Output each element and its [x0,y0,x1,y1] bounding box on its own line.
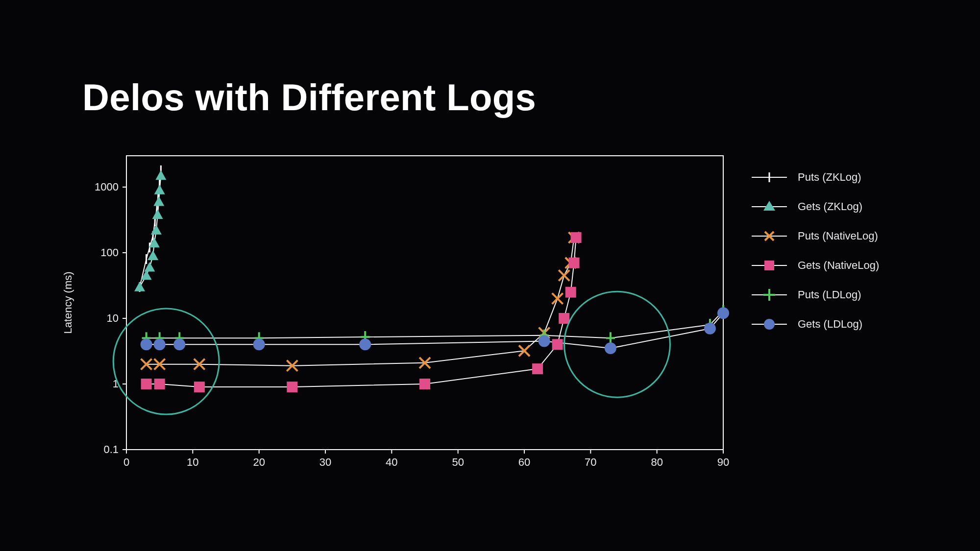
legend-icon-gets-zklog [752,199,787,215]
chart-svg: 01020304050607080900.11101001000Latency … [126,156,723,469]
svg-text:0: 0 [123,456,129,468]
legend-icon-gets-native [752,258,787,273]
legend-icon-puts-zklog [752,169,787,185]
svg-rect-121 [764,261,774,270]
legend-label: Gets (NativeLog) [798,259,879,272]
legend-row: Gets (NativeLog) [752,251,948,280]
svg-rect-78 [532,363,543,374]
svg-rect-74 [154,379,165,389]
svg-rect-80 [559,313,569,324]
svg-rect-0 [126,156,723,450]
svg-rect-81 [565,287,576,298]
legend-row: Gets (ZKLog) [752,192,948,221]
svg-text:10: 10 [107,312,119,324]
svg-rect-73 [141,379,152,389]
svg-marker-116 [763,201,775,211]
svg-text:80: 80 [651,456,662,468]
svg-point-102 [141,338,152,350]
svg-rect-79 [552,339,563,350]
legend-label: Gets (ZKLog) [798,200,862,213]
latency-chart: 01020304050607080900.11101001000Latency … [126,156,723,469]
svg-point-104 [173,338,185,350]
svg-point-112 [564,291,670,397]
legend-row: Puts (LDLog) [752,280,948,310]
svg-marker-41 [134,282,145,291]
legend-label: Gets (LDLog) [798,318,862,331]
svg-rect-77 [419,379,430,389]
svg-text:100: 100 [100,246,119,259]
legend-label: Puts (LDLog) [798,288,861,301]
svg-rect-82 [569,258,580,268]
svg-marker-45 [149,238,160,247]
legend-row: Gets (LDLog) [752,310,948,339]
legend-icon-gets-ldlog [752,316,787,332]
svg-rect-76 [287,382,297,392]
svg-point-107 [539,335,550,347]
svg-marker-50 [155,170,166,180]
legend-row: Puts (ZKLog) [752,163,948,192]
svg-point-110 [717,307,729,319]
legend-row: Puts (NativeLog) [752,221,948,251]
svg-point-103 [154,338,166,350]
legend-icon-puts-native [752,228,787,244]
legend-label: Puts (NativeLog) [798,230,878,242]
svg-marker-46 [151,225,162,235]
svg-rect-75 [194,382,205,392]
page-title: Delos with Different Logs [82,76,536,119]
svg-point-108 [605,342,616,354]
svg-text:30: 30 [319,456,331,468]
slide: Delos with Different Logs 01020304050607… [0,0,980,551]
legend-icon-puts-ldlog [752,287,787,303]
svg-point-106 [359,338,371,350]
svg-text:10: 10 [187,456,198,468]
svg-text:Latency (ms): Latency (ms) [62,271,74,334]
legend: Puts (ZKLog) Gets (ZKLog) Puts (NativeLo… [752,163,948,339]
legend-label: Puts (ZKLog) [798,171,861,184]
svg-marker-49 [154,185,165,194]
svg-rect-83 [571,232,582,243]
svg-marker-48 [153,196,164,206]
svg-text:50: 50 [452,456,464,468]
svg-text:20: 20 [253,456,265,468]
svg-text:70: 70 [585,456,596,468]
svg-point-109 [704,323,716,335]
svg-marker-47 [152,209,163,219]
svg-point-126 [764,319,775,330]
svg-text:1000: 1000 [95,181,119,193]
svg-point-105 [253,338,265,350]
svg-text:90: 90 [717,456,729,468]
svg-text:0.1: 0.1 [103,443,119,455]
svg-text:40: 40 [386,456,397,468]
svg-text:60: 60 [518,456,530,468]
